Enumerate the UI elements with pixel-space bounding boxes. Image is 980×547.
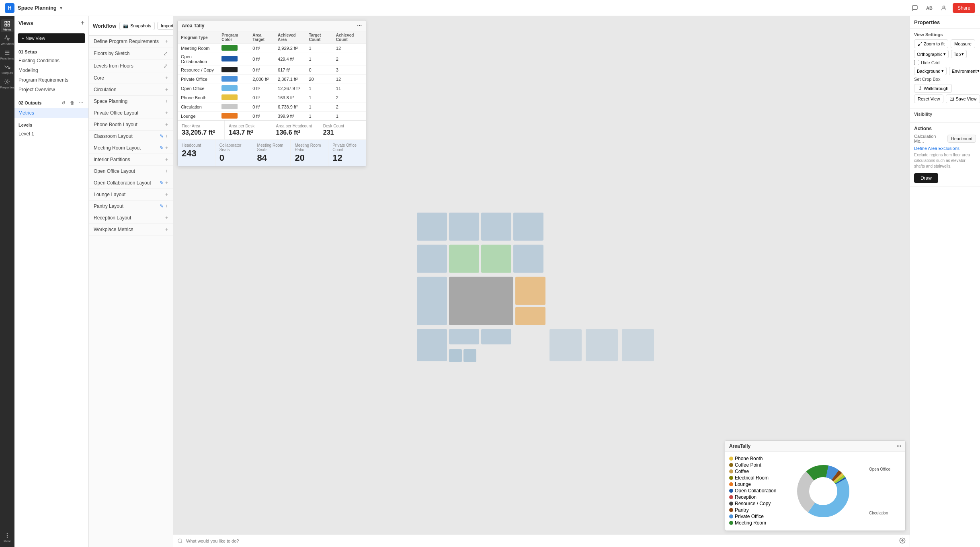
workflow-item-levels[interactable]: Levels from Floors ⤢ — [89, 60, 173, 72]
nav-existing-conditions[interactable]: Existing Conditions — [14, 56, 88, 66]
zoom-to-fit-button[interactable]: Zoom to fit — [914, 39, 948, 48]
svg-point-40 — [920, 87, 921, 88]
icon-bar-functions[interactable]: Functions — [1, 48, 14, 61]
calc-mode-label: Calculation Mo... — [914, 134, 945, 143]
outputs-delete-icon[interactable]: 🗑 — [68, 99, 76, 107]
svg-point-8 — [7, 537, 7, 537]
measure-button[interactable]: Measure — [951, 39, 975, 48]
workflow-item-floors-sketch[interactable]: Floors by Sketch ⤢ — [89, 47, 173, 60]
icon-bar: Views Workflow Functions Outputs Propert… — [0, 16, 14, 547]
import-button[interactable]: Import — [157, 22, 173, 30]
section-02-outputs-header: 02 Outputs ↺ 🗑 ⋯ — [14, 98, 88, 108]
user-icon[interactable] — [938, 2, 949, 14]
icon-bar-more[interactable]: More — [1, 531, 14, 544]
workflow-item-interior-partitions[interactable]: Interior Partitions + — [89, 154, 173, 166]
workflow-item-workplace-metrics[interactable]: Workplace Metrics + — [89, 224, 173, 236]
view-settings-title: View Settings — [914, 32, 976, 37]
workflow-item-pantry[interactable]: Pantry Layout ✎ + — [89, 201, 173, 212]
desk-count-metric: Desk Count 231 — [319, 121, 366, 139]
outputs-more-icon[interactable]: ⋯ — [77, 99, 84, 107]
svg-rect-14 — [449, 244, 479, 272]
donut-legend-right: Open Office Circulation — [869, 467, 901, 515]
icon-bar-properties[interactable]: Properties — [1, 77, 14, 90]
app-title: Space Planning — [18, 5, 57, 11]
section-levels: Levels Level 1 — [14, 121, 88, 139]
share-button[interactable]: Share — [953, 3, 975, 13]
area-tally-donut-panel: AreaTally ⋯ Phone Booth Coffee Point Cof… — [725, 440, 906, 531]
svg-rect-28 — [463, 349, 476, 362]
svg-rect-16 — [513, 244, 543, 272]
nav-project-overview[interactable]: Project Overview — [14, 85, 88, 94]
workflow-item-core[interactable]: Core + — [89, 72, 173, 84]
workflow-item-open-collab[interactable]: Open Collaboration Layout ✎ + — [89, 177, 173, 189]
svg-rect-26 — [622, 329, 654, 361]
comment-icon[interactable] — [909, 2, 921, 14]
col-program-color: Program Color — [218, 31, 249, 44]
headcount-metric: Headcount 243 — [178, 140, 215, 166]
donut-more-icon[interactable]: ⋯ — [896, 443, 901, 449]
col-achieved-area: Achieved Area — [275, 31, 305, 44]
title-dropdown-icon[interactable]: ▾ — [60, 5, 62, 11]
walkthrough-button[interactable]: Walkthrough — [914, 84, 952, 93]
walkthrough-icon — [918, 86, 923, 91]
floor-area-metric: Floor Area 33,205.7 ft² — [178, 121, 225, 139]
col-program-type: Program Type — [178, 31, 218, 44]
svg-point-0 — [943, 6, 945, 8]
area-tally-more-icon[interactable]: ⋯ — [357, 23, 362, 29]
icon-bar-workflow[interactable]: Workflow — [1, 34, 14, 47]
background-dropdown[interactable]: Background ▾ — [914, 67, 947, 75]
workflow-item-private-office[interactable]: Private Office Layout + — [89, 107, 173, 119]
set-crop-box-label: Set Crop Box — [914, 77, 976, 82]
workflow-item-meeting-room[interactable]: Meeting Room Layout ✎ + — [89, 142, 173, 154]
views-add-icon[interactable]: + — [81, 19, 84, 27]
svg-rect-23 — [481, 329, 511, 344]
hide-grid-checkbox[interactable] — [914, 60, 919, 65]
nav-program-requirements[interactable]: Program Requirements — [14, 75, 88, 85]
reset-view-button[interactable]: Reset View — [914, 94, 943, 103]
workflow-item-phone-booth[interactable]: Phone Booth Layout + — [89, 119, 173, 131]
table-row: Open Collaboration 0 ft² 429.4 ft² 1 2 — [178, 53, 366, 66]
snapshots-button[interactable]: 📷 Snapshots — [119, 22, 155, 30]
nav-level-1[interactable]: Level 1 — [14, 129, 88, 139]
views-panel-title: Views — [18, 20, 33, 26]
svg-rect-12 — [513, 212, 543, 240]
ai-send-icon[interactable] — [899, 537, 906, 545]
hide-grid-row: Hide Grid — [914, 60, 976, 65]
workflow-item-reception[interactable]: Reception Layout + — [89, 212, 173, 224]
icon-bar-outputs[interactable]: Outputs — [1, 63, 14, 76]
svg-rect-15 — [481, 244, 511, 272]
actions-section: Actions Calculation Mo... Headcount Defi… — [910, 123, 980, 186]
new-view-button[interactable]: + New View — [18, 33, 85, 43]
ab-test-icon[interactable]: AB — [924, 2, 935, 14]
view-settings-section: View Settings Zoom to fit Measure Orthog… — [910, 29, 980, 109]
metrics-row-1: Floor Area 33,205.7 ft² Area per Desk 14… — [178, 120, 366, 139]
workflow-item-circulation[interactable]: Circulation + — [89, 84, 173, 96]
define-area-exclusions-link[interactable]: Define Area Exclusions — [914, 146, 976, 151]
views-panel-header: Views + — [14, 16, 88, 30]
ai-input[interactable] — [186, 539, 896, 543]
properties-panel-header: Properties — [910, 16, 980, 29]
floor-plan-canvas[interactable] — [417, 212, 666, 366]
workflow-title: Workflow — [93, 23, 116, 29]
svg-rect-9 — [417, 212, 447, 240]
workflow-item-lounge[interactable]: Lounge Layout + — [89, 189, 173, 201]
svg-rect-4 — [8, 24, 10, 26]
orthographic-dropdown[interactable]: Orthographic ▾ — [914, 50, 949, 58]
workflow-item-define[interactable]: Define Program Requirements + — [89, 36, 173, 47]
save-view-button[interactable]: Save View — [946, 94, 980, 103]
icon-bar-views[interactable]: Views — [1, 19, 14, 32]
top-bar: H Space Planning ▾ AB Share — [0, 0, 980, 16]
meeting-room-ratio-metric: Meeting Room Ratio 20 — [291, 140, 328, 166]
nav-metrics[interactable]: Metrics — [14, 108, 88, 118]
draw-button[interactable]: Draw — [914, 173, 938, 183]
outputs-edit-icon[interactable]: ↺ — [59, 99, 67, 107]
workflow-item-space-planning[interactable]: Space Planning + — [89, 96, 173, 107]
workflow-item-open-office[interactable]: Open Office Layout + — [89, 166, 173, 177]
svg-rect-11 — [481, 212, 511, 240]
workflow-item-classroom[interactable]: Classroom Layout ✎ + — [89, 131, 173, 142]
nav-modeling[interactable]: Modeling — [14, 66, 88, 75]
environment-dropdown[interactable]: Environment ▾ — [949, 67, 980, 75]
svg-rect-24 — [549, 329, 582, 361]
search-icon — [177, 538, 183, 544]
top-dropdown[interactable]: Top ▾ — [951, 50, 967, 58]
